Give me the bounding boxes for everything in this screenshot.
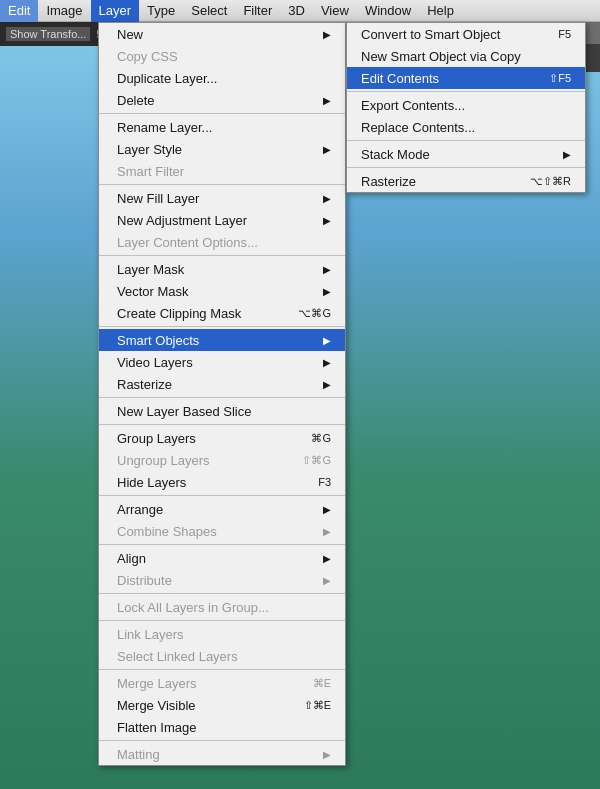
menu-item-merge-visible-shortcut: ⇧⌘E [304, 699, 331, 712]
menu-item-align-label: Align [117, 551, 146, 566]
menu-view[interactable]: View [313, 0, 357, 22]
menu-item-new-adjustment-layer-label: New Adjustment Layer [117, 213, 247, 228]
menu-item-new-layer-based-slice-label: New Layer Based Slice [117, 404, 251, 419]
menu-item-smart-objects[interactable]: Smart Objects ▶ [99, 329, 345, 351]
submenu-item-export-contents[interactable]: Export Contents... [347, 94, 585, 116]
separator-11 [99, 669, 345, 670]
menu-layer[interactable]: Layer [91, 0, 140, 22]
menu-item-new-layer-based-slice[interactable]: New Layer Based Slice [99, 400, 345, 422]
menu-item-rename[interactable]: Rename Layer... [99, 116, 345, 138]
menu-item-layer-style-label: Layer Style [117, 142, 182, 157]
menu-type[interactable]: Type [139, 0, 183, 22]
menu-item-new-label: New [117, 27, 143, 42]
menu-item-flatten-image-label: Flatten Image [117, 720, 197, 735]
menu-item-matting-label: Matting [117, 747, 160, 762]
menu-item-new-adjustment-layer-arrow: ▶ [323, 215, 331, 226]
menu-help[interactable]: Help [419, 0, 462, 22]
menu-item-video-layers-arrow: ▶ [323, 357, 331, 368]
menu-item-lock-all-layers[interactable]: Lock All Layers in Group... [99, 596, 345, 618]
menu-select[interactable]: Select [183, 0, 235, 22]
menu-item-delete-arrow: ▶ [323, 95, 331, 106]
separator-7 [99, 495, 345, 496]
submenu-item-convert-to-smart-object[interactable]: Convert to Smart Object F5 [347, 23, 585, 45]
menu-item-combine-shapes[interactable]: Combine Shapes ▶ [99, 520, 345, 542]
submenu-item-stack-mode-arrow: ▶ [563, 149, 571, 160]
menu-item-ungroup-layers[interactable]: Ungroup Layers ⇧⌘G [99, 449, 345, 471]
submenu-item-stack-mode-label: Stack Mode [361, 147, 430, 162]
menu-item-duplicate[interactable]: Duplicate Layer... [99, 67, 345, 89]
menu-item-video-layers-label: Video Layers [117, 355, 193, 370]
separator-10 [99, 620, 345, 621]
menu-item-smart-filter[interactable]: Smart Filter [99, 160, 345, 182]
submenu-item-edit-contents[interactable]: Edit Contents ⇧F5 [347, 67, 585, 89]
menu-item-merge-layers[interactable]: Merge Layers ⌘E [99, 672, 345, 694]
menu-item-create-clipping-mask-shortcut: ⌥⌘G [298, 307, 331, 320]
menu-item-align-arrow: ▶ [323, 553, 331, 564]
menu-item-copy-css-label: Copy CSS [117, 49, 178, 64]
menu-item-delete[interactable]: Delete ▶ [99, 89, 345, 111]
menu-3d[interactable]: 3D [280, 0, 313, 22]
submenu-item-edit-contents-shortcut: ⇧F5 [549, 72, 571, 85]
separator-8 [99, 544, 345, 545]
menu-item-delete-label: Delete [117, 93, 155, 108]
menu-item-layer-mask-label: Layer Mask [117, 262, 184, 277]
menu-item-vector-mask-arrow: ▶ [323, 286, 331, 297]
menu-item-layer-content-options[interactable]: Layer Content Options... [99, 231, 345, 253]
submenu-item-replace-contents[interactable]: Replace Contents... [347, 116, 585, 138]
separator-9 [99, 593, 345, 594]
menu-item-video-layers[interactable]: Video Layers ▶ [99, 351, 345, 373]
menu-item-arrange[interactable]: Arrange ▶ [99, 498, 345, 520]
menu-item-layer-style-arrow: ▶ [323, 144, 331, 155]
submenu-item-rasterize[interactable]: Rasterize ⌥⇧⌘R [347, 170, 585, 192]
menu-item-merge-visible[interactable]: Merge Visible ⇧⌘E [99, 694, 345, 716]
submenu-item-convert-shortcut: F5 [558, 28, 571, 40]
menu-item-lock-all-layers-label: Lock All Layers in Group... [117, 600, 269, 615]
menu-item-duplicate-label: Duplicate Layer... [117, 71, 217, 86]
menu-item-vector-mask[interactable]: Vector Mask ▶ [99, 280, 345, 302]
menu-item-hide-layers[interactable]: Hide Layers F3 [99, 471, 345, 493]
menu-item-select-linked-layers[interactable]: Select Linked Layers [99, 645, 345, 667]
menu-item-layer-mask-arrow: ▶ [323, 264, 331, 275]
menu-item-group-layers-label: Group Layers [117, 431, 196, 446]
menu-item-create-clipping-mask[interactable]: Create Clipping Mask ⌥⌘G [99, 302, 345, 324]
menu-item-new-fill-layer[interactable]: New Fill Layer ▶ [99, 187, 345, 209]
menu-item-distribute[interactable]: Distribute ▶ [99, 569, 345, 591]
submenu-separator-3 [347, 167, 585, 168]
menu-item-rasterize-label: Rasterize [117, 377, 172, 392]
separator-3 [99, 255, 345, 256]
menu-item-flatten-image[interactable]: Flatten Image [99, 716, 345, 738]
submenu-item-rasterize-label: Rasterize [361, 174, 416, 189]
menu-item-layer-content-options-label: Layer Content Options... [117, 235, 258, 250]
separator-5 [99, 397, 345, 398]
menu-item-new[interactable]: New ▶ [99, 23, 345, 45]
menu-item-group-layers-shortcut: ⌘G [311, 432, 331, 445]
menu-window[interactable]: Window [357, 0, 419, 22]
menu-item-new-fill-layer-arrow: ▶ [323, 193, 331, 204]
submenu-item-convert-label: Convert to Smart Object [361, 27, 500, 42]
menu-item-merge-layers-label: Merge Layers [117, 676, 196, 691]
menu-item-align[interactable]: Align ▶ [99, 547, 345, 569]
menu-item-layer-mask[interactable]: Layer Mask ▶ [99, 258, 345, 280]
smart-objects-submenu: Convert to Smart Object F5 New Smart Obj… [346, 22, 586, 193]
menu-item-layer-style[interactable]: Layer Style ▶ [99, 138, 345, 160]
menu-image[interactable]: Image [38, 0, 90, 22]
menu-item-matting[interactable]: Matting ▶ [99, 743, 345, 765]
menu-item-new-adjustment-layer[interactable]: New Adjustment Layer ▶ [99, 209, 345, 231]
menu-item-ungroup-layers-shortcut: ⇧⌘G [302, 454, 331, 467]
menu-item-rasterize[interactable]: Rasterize ▶ [99, 373, 345, 395]
submenu-item-stack-mode[interactable]: Stack Mode ▶ [347, 143, 585, 165]
submenu-item-edit-contents-label: Edit Contents [361, 71, 439, 86]
separator-6 [99, 424, 345, 425]
submenu-item-new-smart-object-via-copy[interactable]: New Smart Object via Copy [347, 45, 585, 67]
menu-edit[interactable]: Edit [0, 0, 38, 22]
menu-item-merge-layers-shortcut: ⌘E [313, 677, 331, 690]
submenu-item-replace-contents-label: Replace Contents... [361, 120, 475, 135]
menu-item-group-layers[interactable]: Group Layers ⌘G [99, 427, 345, 449]
menu-filter[interactable]: Filter [235, 0, 280, 22]
menu-item-link-layers[interactable]: Link Layers [99, 623, 345, 645]
separator-1 [99, 113, 345, 114]
submenu-item-export-contents-label: Export Contents... [361, 98, 465, 113]
menu-item-smart-objects-label: Smart Objects [117, 333, 199, 348]
menu-item-arrange-arrow: ▶ [323, 504, 331, 515]
menu-item-copy-css[interactable]: Copy CSS [99, 45, 345, 67]
